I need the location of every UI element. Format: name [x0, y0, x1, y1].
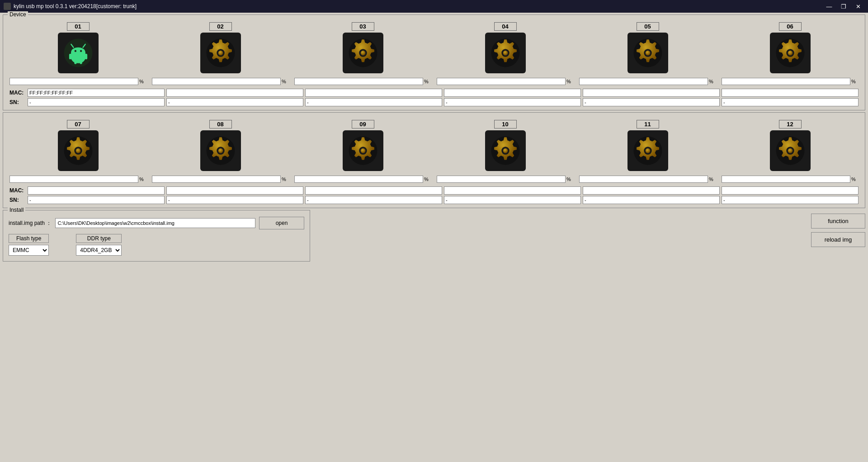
progress-row-02: %: [152, 78, 289, 85]
svg-rect-11: [74, 59, 76, 64]
type-section: Flash type EMMCNANDNOR DDR type 4DDR4_2G…: [9, 234, 304, 256]
device-icon-11[interactable]: [627, 130, 668, 171]
install-row: Install install.img path ： open Flash ty…: [3, 210, 865, 262]
device-icon-12[interactable]: [770, 130, 811, 171]
progress-row-07: %: [9, 176, 146, 183]
close-button[interactable]: ✕: [852, 0, 864, 13]
mac-field-12: [722, 186, 859, 195]
svg-point-52: [645, 148, 650, 153]
progress-row-12: %: [722, 176, 859, 183]
device-icon-09[interactable]: [343, 130, 383, 171]
mac-fields-row2: [28, 186, 859, 195]
svg-point-6: [80, 50, 81, 52]
device-grid-row1: 01 %02: [7, 20, 861, 88]
progress-bar-10: [437, 176, 566, 183]
slot-number-09: 09: [352, 120, 374, 129]
percent-label-10: %: [566, 176, 574, 182]
percent-label-04: %: [566, 79, 574, 84]
window-title: kylin usb mp tool 0.3.1 ver:204218[custo…: [14, 3, 137, 10]
device-slot-06: 06 %: [719, 20, 861, 88]
ddr-type-group: DDR type 4DDR4_2GBDDR3_1GBDDR4_4GB: [76, 234, 122, 256]
mac-field-02: [166, 89, 303, 97]
install-path-row: install.img path ： open: [9, 217, 304, 229]
percent-label-11: %: [709, 176, 716, 182]
device-icon-05[interactable]: [627, 33, 668, 73]
svg-rect-9: [69, 54, 71, 59]
progress-row-01: %: [9, 78, 146, 85]
mac-label-2: MAC:: [9, 187, 28, 194]
device-icon-08[interactable]: [200, 130, 241, 171]
progress-bar-08: [152, 176, 281, 183]
sn-field-11: -: [583, 196, 720, 204]
mac-field-08: [166, 186, 303, 195]
svg-point-56: [788, 148, 793, 153]
app-icon: [4, 3, 11, 10]
install-group: Install install.img path ： open Flash ty…: [3, 210, 310, 262]
device-slot-09: 09 %: [292, 118, 434, 186]
flash-type-select[interactable]: EMMCNANDNOR: [9, 245, 48, 255]
reload-button[interactable]: reload img: [811, 232, 865, 247]
ddr-type-select[interactable]: 4DDR4_2GBDDR3_1GBDDR4_4GB: [76, 245, 121, 255]
mac-row-1: MAC: FF:FF:FF:FF:FF:FF: [7, 89, 861, 97]
device-icon-03[interactable]: [343, 33, 383, 73]
sn-field-06: -: [722, 98, 859, 106]
progress-bar-12: [722, 176, 850, 183]
device-group-row1: Device 01 %02: [3, 14, 865, 110]
percent-label-02: %: [282, 79, 289, 84]
svg-point-20: [360, 51, 365, 56]
install-path-input[interactable]: [55, 218, 255, 228]
sn-fields-row2: ------: [28, 196, 859, 204]
function-button[interactable]: function: [811, 214, 865, 229]
slot-number-08: 08: [209, 120, 232, 129]
slot-number-12: 12: [779, 120, 802, 129]
minimize-button[interactable]: —: [823, 0, 835, 13]
progress-row-04: %: [437, 78, 574, 85]
mac-field-10: [444, 186, 581, 195]
slot-number-05: 05: [637, 22, 659, 31]
svg-point-16: [218, 51, 223, 56]
device-slot-08: 08 %: [149, 118, 292, 186]
right-panel: function reload img: [591, 210, 865, 247]
device-slot-12: 12 %: [719, 118, 861, 186]
svg-point-48: [503, 148, 508, 153]
progress-bar-11: [579, 176, 708, 183]
percent-label-12: %: [851, 176, 859, 182]
open-button[interactable]: open: [259, 217, 304, 229]
progress-row-06: %: [722, 78, 859, 85]
device-slot-07: 07 %: [7, 118, 149, 186]
device-icon-01[interactable]: [58, 33, 99, 73]
svg-point-40: [218, 148, 223, 153]
device-slot-03: 03 %: [292, 20, 434, 88]
progress-bar-09: [294, 176, 423, 183]
sn-field-08: -: [166, 196, 303, 204]
flash-type-group: Flash type EMMCNANDNOR: [9, 234, 49, 256]
mac-field-07: [28, 186, 165, 195]
flash-type-select-container[interactable]: EMMCNANDNOR: [9, 245, 49, 256]
percent-label-05: %: [709, 79, 716, 84]
progress-bar-07: [9, 176, 138, 183]
sn-label-2: SN:: [9, 197, 28, 203]
svg-point-32: [788, 51, 793, 56]
sn-field-02: -: [166, 98, 303, 106]
mac-fields-row1: FF:FF:FF:FF:FF:FF: [28, 89, 859, 97]
device-icon-10[interactable]: [485, 130, 526, 171]
device-icon-02[interactable]: [200, 33, 241, 73]
svg-rect-12: [80, 59, 82, 64]
device-slot-05: 05 %: [576, 20, 719, 88]
maximize-button[interactable]: ❐: [837, 0, 850, 13]
progress-bar-04: [437, 78, 566, 85]
device-icon-07[interactable]: [58, 130, 99, 171]
sn-field-04: -: [444, 98, 581, 106]
sn-row-2: SN: ------: [7, 196, 861, 204]
title-bar-controls: — ❐ ✕: [823, 0, 864, 13]
device-icon-04[interactable]: [485, 33, 526, 73]
device-icon-06[interactable]: [770, 33, 811, 73]
device-slot-10: 10 %: [434, 118, 576, 186]
ddr-type-select-container[interactable]: 4DDR4_2GBDDR3_1GBDDR4_4GB: [76, 245, 122, 256]
ddr-type-label: DDR type: [76, 234, 122, 243]
sn-field-10: -: [444, 196, 581, 204]
install-group-title: Install: [8, 207, 25, 213]
slot-number-03: 03: [352, 22, 374, 31]
percent-label-01: %: [139, 79, 146, 84]
slot-number-11: 11: [637, 120, 659, 129]
